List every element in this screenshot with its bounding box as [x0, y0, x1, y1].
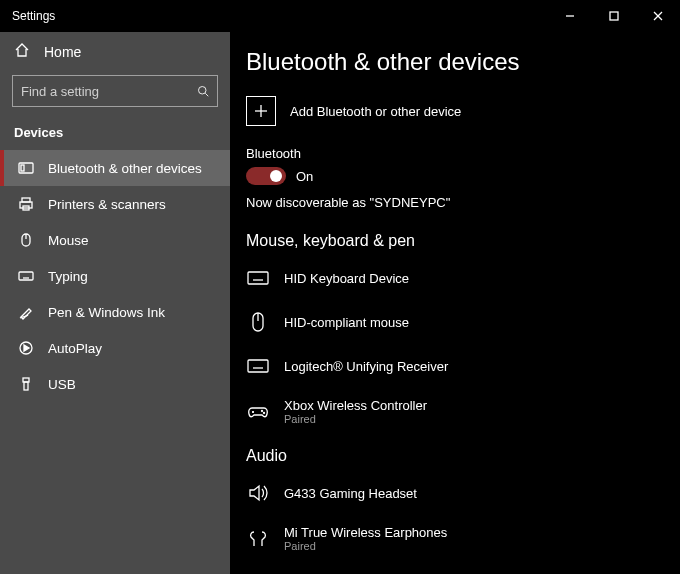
page-title: Bluetooth & other devices: [246, 48, 664, 76]
svg-rect-20: [24, 382, 28, 390]
svg-point-4: [199, 87, 207, 95]
home-icon: [14, 42, 30, 61]
svg-rect-9: [22, 198, 30, 202]
device-item[interactable]: Logitech® Unifying Receiver: [246, 348, 664, 392]
sidebar-item-mouse[interactable]: Mouse: [0, 222, 230, 258]
device-item[interactable]: HID-compliant mouse: [246, 304, 664, 348]
sidebar-item-label: AutoPlay: [48, 341, 102, 356]
app-name: Settings: [0, 9, 55, 23]
device-item[interactable]: G433 Gaming Headset: [246, 475, 664, 519]
device-status: Paired: [284, 540, 447, 552]
maximize-button[interactable]: [592, 0, 636, 32]
bluetooth-toggle[interactable]: [246, 167, 286, 185]
device-name: Logitech® Unifying Receiver: [284, 359, 448, 374]
search-icon: [197, 84, 209, 98]
svg-rect-7: [21, 165, 24, 171]
sidebar-item-usb[interactable]: USB: [0, 366, 230, 402]
toggle-state: On: [296, 169, 313, 184]
keyboard-icon: [246, 354, 270, 378]
category-title: Audio: [246, 447, 664, 465]
svg-rect-23: [248, 272, 268, 284]
discoverable-text: Now discoverable as "SYDNEYPC": [246, 195, 664, 210]
add-device-button[interactable]: Add Bluetooth or other device: [246, 92, 664, 140]
sidebar-item-pen[interactable]: Pen & Windows Ink: [0, 294, 230, 330]
sidebar-item-bluetooth[interactable]: Bluetooth & other devices: [0, 150, 230, 186]
gamepad-icon: [246, 400, 270, 424]
bluetooth-label: Bluetooth: [246, 146, 664, 161]
bluetooth-icon: [18, 160, 34, 176]
plus-icon: [246, 96, 276, 126]
category-title: Mouse, keyboard & pen: [246, 232, 664, 250]
usb-icon: [18, 376, 34, 392]
minimize-button[interactable]: [548, 0, 592, 32]
svg-line-5: [205, 93, 208, 96]
mouse-icon: [18, 232, 34, 248]
sidebar-item-label: Printers & scanners: [48, 197, 166, 212]
svg-rect-32: [248, 360, 268, 372]
home-label: Home: [44, 44, 81, 60]
close-button[interactable]: [636, 0, 680, 32]
svg-rect-1: [610, 12, 618, 20]
home-button[interactable]: Home: [0, 32, 230, 71]
device-name: Xbox Wireless Controller: [284, 398, 427, 413]
sidebar-item-autoplay[interactable]: AutoPlay: [0, 330, 230, 366]
keyboard-icon: [246, 266, 270, 290]
device-name: HID Keyboard Device: [284, 271, 409, 286]
titlebar: Settings: [0, 0, 680, 32]
sidebar-item-typing[interactable]: Typing: [0, 258, 230, 294]
autoplay-icon: [18, 340, 34, 356]
device-status: Paired: [284, 413, 427, 425]
device-item[interactable]: HID Keyboard Device: [246, 260, 664, 304]
earbuds-icon: [246, 527, 270, 551]
svg-point-41: [262, 410, 263, 411]
sidebar-item-label: Mouse: [48, 233, 89, 248]
section-title: Devices: [0, 119, 230, 150]
mouse-icon: [246, 310, 270, 334]
search-input[interactable]: [12, 75, 218, 107]
sidebar-item-label: USB: [48, 377, 76, 392]
speaker-icon: [246, 481, 270, 505]
typing-icon: [18, 268, 34, 284]
pen-icon: [18, 304, 34, 320]
add-device-label: Add Bluetooth or other device: [290, 104, 461, 119]
svg-point-42: [264, 412, 265, 413]
sidebar-item-printers[interactable]: Printers & scanners: [0, 186, 230, 222]
svg-rect-13: [19, 272, 33, 280]
device-item[interactable]: Mi True Wireless EarphonesPaired: [246, 519, 664, 566]
search-field[interactable]: [21, 84, 189, 99]
device-name: HID-compliant mouse: [284, 315, 409, 330]
device-name: G433 Gaming Headset: [284, 486, 417, 501]
device-name: Mi True Wireless Earphones: [284, 525, 447, 540]
device-item[interactable]: Xbox Wireless ControllerPaired: [246, 392, 664, 439]
printers-icon: [18, 196, 34, 212]
svg-rect-8: [20, 202, 32, 208]
sidebar-item-label: Pen & Windows Ink: [48, 305, 165, 320]
sidebar-item-label: Bluetooth & other devices: [48, 161, 202, 176]
content: Bluetooth & other devices Add Bluetooth …: [230, 32, 680, 574]
sidebar: Home Devices Bluetooth & other devicesPr…: [0, 32, 230, 574]
sidebar-item-label: Typing: [48, 269, 88, 284]
device-item[interactable]: Speakers (Realtek High Definition Audio): [246, 566, 664, 574]
